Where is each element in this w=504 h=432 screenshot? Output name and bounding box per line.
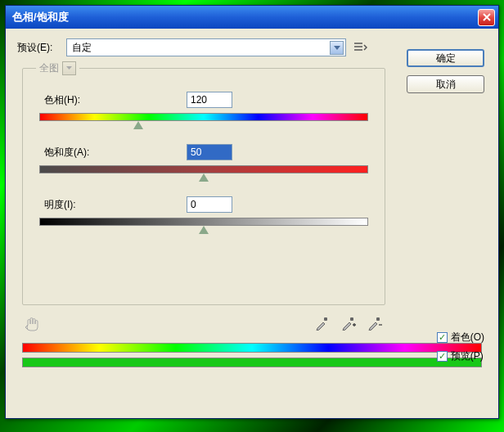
- tools-row: [22, 313, 385, 333]
- eyedropper-icon[interactable]: [312, 314, 333, 332]
- hue-input[interactable]: [187, 92, 232, 108]
- hue-label: 色相(H):: [39, 93, 187, 107]
- spectrum-bar: [22, 343, 482, 353]
- preview-strip-group: [22, 343, 482, 367]
- saturation-thumb[interactable]: [199, 173, 209, 182]
- sliders-group: 全图 色相(H): 饱和度(A): 明度: [22, 68, 385, 305]
- hue-thumb[interactable]: [133, 121, 143, 129]
- svg-rect-0: [324, 317, 327, 321]
- saturation-input[interactable]: [187, 144, 232, 160]
- lightness-input[interactable]: [187, 196, 232, 213]
- colorize-label: 着色(O): [451, 331, 484, 344]
- checkbox-icon: ✓: [437, 351, 448, 362]
- close-icon: [483, 13, 491, 21]
- titlebar[interactable]: 色相/饱和度: [6, 6, 498, 29]
- preset-menu-icon[interactable]: [353, 39, 369, 56]
- dialog-title: 色相/饱和度: [12, 10, 69, 25]
- preview-checkbox[interactable]: ✓ 预览(P): [437, 349, 484, 363]
- chevron-down-icon: [62, 61, 76, 75]
- dialog-body: 预设(E): 自定 确定 取消 全图 色相(H):: [6, 29, 498, 376]
- hue-saturation-dialog: 色相/饱和度 预设(E): 自定 确定 取消 全图: [5, 5, 499, 419]
- colorize-checkbox[interactable]: ✓ 着色(O): [437, 331, 484, 344]
- preset-dropdown[interactable]: 自定: [66, 38, 346, 56]
- preset-value: 自定: [72, 41, 92, 55]
- close-button[interactable]: [478, 9, 495, 26]
- lightness-thumb[interactable]: [199, 226, 209, 234]
- eyedropper-add-icon[interactable]: [338, 314, 359, 332]
- preset-label: 预设(E):: [17, 41, 60, 55]
- hue-track: [39, 113, 368, 121]
- svg-rect-2: [376, 317, 380, 321]
- button-column: 确定 取消: [407, 49, 484, 93]
- lightness-slider[interactable]: [39, 218, 368, 226]
- saturation-label: 饱和度(A):: [39, 146, 187, 160]
- channel-label: 全图: [39, 61, 59, 75]
- lightness-label: 明度(I):: [39, 198, 187, 212]
- saturation-row: 饱和度(A):: [39, 144, 368, 160]
- checkbox-group: ✓ 着色(O) ✓ 预览(P): [437, 331, 484, 363]
- hand-tool-icon[interactable]: [22, 313, 45, 333]
- ok-button[interactable]: 确定: [407, 49, 484, 67]
- svg-rect-1: [350, 317, 353, 321]
- checkbox-icon: ✓: [437, 332, 448, 343]
- dropdown-arrow-icon[interactable]: [330, 41, 344, 55]
- cancel-button[interactable]: 取消: [407, 75, 484, 93]
- hue-row: 色相(H):: [39, 92, 368, 108]
- channel-dropdown: 全图: [36, 59, 79, 77]
- preview-label: 预览(P): [451, 349, 484, 363]
- hue-slider[interactable]: [39, 113, 368, 121]
- lightness-row: 明度(I):: [39, 196, 368, 213]
- saturation-track: [39, 165, 368, 173]
- eyedropper-subtract-icon[interactable]: [364, 314, 385, 332]
- lightness-track: [39, 218, 368, 226]
- result-bar: [22, 358, 482, 367]
- saturation-slider[interactable]: [39, 165, 368, 173]
- eyedropper-group: [312, 314, 385, 332]
